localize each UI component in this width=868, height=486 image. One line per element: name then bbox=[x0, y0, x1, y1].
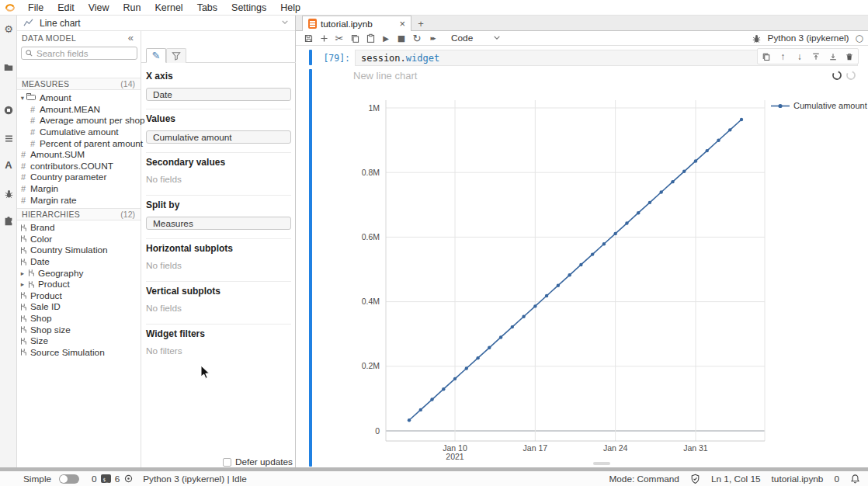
svg-text:0.2M: 0.2M bbox=[362, 361, 380, 370]
hierarchy-icon bbox=[19, 325, 28, 334]
move-cell-up-icon[interactable]: ↑ bbox=[776, 50, 790, 64]
menu-item[interactable]: Run bbox=[116, 0, 148, 15]
atoti-panel-icon[interactable]: A bbox=[0, 157, 17, 172]
insert-cell-below-icon[interactable] bbox=[826, 50, 840, 64]
measure-item[interactable]: # Amount.SUM bbox=[17, 149, 141, 161]
debugger-bug-icon[interactable] bbox=[752, 33, 762, 43]
menu-item[interactable]: Settings bbox=[224, 0, 273, 15]
measures-list: ▾ f Amount # Amount.MEAN # Average amoun… bbox=[17, 92, 141, 206]
copy-cells-button[interactable] bbox=[347, 31, 363, 45]
notebook-dock: tutorial.ipynb × + ✂ ▶ ■ ↻ ▸▸ Code bbox=[296, 16, 868, 470]
chart-legend[interactable]: Cumulative amount bbox=[770, 101, 867, 110]
measure-item[interactable]: # Amount.MEAN bbox=[17, 104, 141, 116]
paste-cells-button[interactable] bbox=[363, 31, 378, 45]
simple-mode-toggle[interactable] bbox=[59, 474, 79, 484]
measure-label: Cumulative amount bbox=[40, 127, 119, 137]
scrollbar-handle[interactable] bbox=[593, 462, 610, 465]
close-tab-icon[interactable]: × bbox=[399, 20, 405, 28]
menu-item[interactable]: Help bbox=[273, 0, 307, 15]
measure-item[interactable]: # Margin rate bbox=[17, 194, 141, 206]
section-title: X axis bbox=[146, 71, 291, 82]
running-sessions-icon[interactable] bbox=[0, 102, 17, 118]
tree-caret-icon[interactable]: ▾ bbox=[19, 94, 26, 102]
hierarchy-label: Product bbox=[30, 290, 62, 301]
hierarchies-header[interactable]: HIERARCHIES (12) bbox=[17, 208, 141, 220]
move-cell-down-icon[interactable]: ↓ bbox=[793, 50, 807, 64]
run-cell-button[interactable]: ▶ bbox=[378, 31, 394, 45]
save-button[interactable] bbox=[300, 31, 316, 45]
svg-text:1M: 1M bbox=[368, 103, 380, 113]
debugger-bug-icon[interactable] bbox=[0, 186, 17, 201]
hierarchy-item[interactable]: Sale ID bbox=[17, 301, 141, 313]
defer-updates-checkbox[interactable] bbox=[223, 458, 231, 467]
measure-item[interactable]: # Country parameter bbox=[17, 172, 141, 183]
menu-item[interactable]: Kernel bbox=[148, 0, 190, 15]
table-of-contents-icon[interactable] bbox=[0, 130, 17, 146]
hierarchy-item[interactable]: Color bbox=[17, 234, 141, 245]
measure-label: Average amount per shop bbox=[40, 115, 145, 126]
field-chip[interactable]: Measures bbox=[146, 217, 291, 230]
insert-cell-above-icon[interactable] bbox=[809, 50, 823, 64]
menu-item[interactable]: Edit bbox=[50, 0, 82, 15]
field-chip[interactable]: Date bbox=[146, 88, 291, 101]
bell-icon[interactable] bbox=[850, 474, 860, 484]
section-empty-text: No filters bbox=[146, 345, 291, 356]
hierarchy-item[interactable]: Product bbox=[17, 290, 141, 302]
output-collapser[interactable] bbox=[309, 69, 312, 467]
cut-cells-button[interactable]: ✂ bbox=[332, 31, 347, 45]
extensions-puzzle-icon[interactable] bbox=[0, 213, 17, 229]
hierarchy-label: Geography bbox=[38, 268, 83, 279]
tree-caret-icon[interactable]: ▸ bbox=[19, 280, 26, 288]
collapse-panel-icon[interactable]: « bbox=[128, 32, 134, 43]
tab-fields[interactable]: ✎ bbox=[146, 48, 166, 63]
measure-item[interactable]: # Margin bbox=[17, 183, 141, 195]
measure-item[interactable]: # Cumulative amount bbox=[17, 127, 141, 138]
hierarchy-item[interactable]: Brand bbox=[17, 222, 141, 234]
funnel-icon bbox=[172, 51, 181, 61]
dock-tab-bar: tutorial.ipynb × + bbox=[296, 16, 868, 31]
restart-run-all-button[interactable]: ▸▸ bbox=[425, 31, 440, 45]
hierarchy-item[interactable]: Size bbox=[17, 335, 141, 347]
folder-icon[interactable] bbox=[0, 60, 17, 75]
measures-header[interactable]: MEASURES (14) bbox=[17, 78, 141, 90]
tree-caret-icon[interactable]: ▸ bbox=[19, 269, 26, 277]
cell-type-dropdown[interactable]: Code bbox=[451, 33, 501, 43]
menu-item[interactable]: View bbox=[82, 0, 116, 15]
delete-cell-icon[interactable] bbox=[842, 50, 856, 64]
section-empty-text: No fields bbox=[146, 303, 291, 314]
widget-editor-icon[interactable]: ⚙ bbox=[0, 21, 17, 36]
duplicate-cell-icon[interactable] bbox=[759, 50, 773, 64]
insert-cell-button[interactable] bbox=[316, 31, 332, 45]
widget-editor-panel: Line chart DATA MODEL « Search fields ME… bbox=[17, 16, 296, 470]
hierarchy-item[interactable]: Shop bbox=[17, 313, 141, 325]
hierarchy-item[interactable]: Source Simulation bbox=[17, 347, 141, 359]
mode-indicator[interactable]: Mode: Command bbox=[609, 474, 679, 484]
menu-item[interactable]: File bbox=[21, 0, 50, 15]
stop-kernel-button[interactable]: ■ bbox=[394, 31, 409, 45]
cursor-position[interactable]: Ln 1, Col 15 bbox=[711, 474, 761, 484]
measures-title: MEASURES bbox=[22, 79, 69, 89]
measure-label: Margin bbox=[30, 183, 58, 194]
restart-kernel-button[interactable]: ↻ bbox=[409, 31, 425, 45]
line-chart-svg[interactable]: 00.2M0.4M0.6M0.8M1MJan 102021Jan 17Jan 2… bbox=[342, 94, 769, 465]
kernel-name-button[interactable]: Python 3 (ipykernel) bbox=[768, 33, 849, 43]
field-chip[interactable]: Cumulative amount bbox=[146, 130, 291, 144]
tab-tutorial-ipynb[interactable]: tutorial.ipynb × bbox=[302, 16, 411, 31]
measure-item[interactable]: # Average amount per shop bbox=[17, 115, 141, 127]
hierarchy-item[interactable]: Country Simulation bbox=[17, 245, 141, 256]
hierarchy-item[interactable]: ▸ Geography bbox=[17, 267, 141, 279]
kernel-status-text[interactable]: Python 3 (ipykernel) | Idle bbox=[143, 474, 247, 484]
measure-item[interactable]: # contributors.COUNT bbox=[17, 161, 141, 172]
hierarchy-item[interactable]: ▸ Product bbox=[17, 279, 141, 290]
new-tab-button[interactable]: + bbox=[415, 17, 427, 30]
search-fields-input[interactable]: Search fields bbox=[21, 47, 137, 60]
widget-type-selector[interactable]: Line chart bbox=[17, 16, 295, 31]
hierarchy-item[interactable]: Date bbox=[17, 256, 141, 268]
kernel-status-icon[interactable]: ○ bbox=[856, 33, 863, 43]
hierarchy-item[interactable]: Shop size bbox=[17, 324, 141, 335]
measure-item[interactable]: ▾ f Amount bbox=[17, 92, 141, 104]
measure-item[interactable]: # Percent of parent amount bbox=[17, 137, 141, 149]
hierarchy-label: Shop size bbox=[30, 325, 71, 335]
menu-item[interactable]: Tabs bbox=[190, 0, 224, 15]
tab-filters[interactable] bbox=[166, 48, 186, 63]
